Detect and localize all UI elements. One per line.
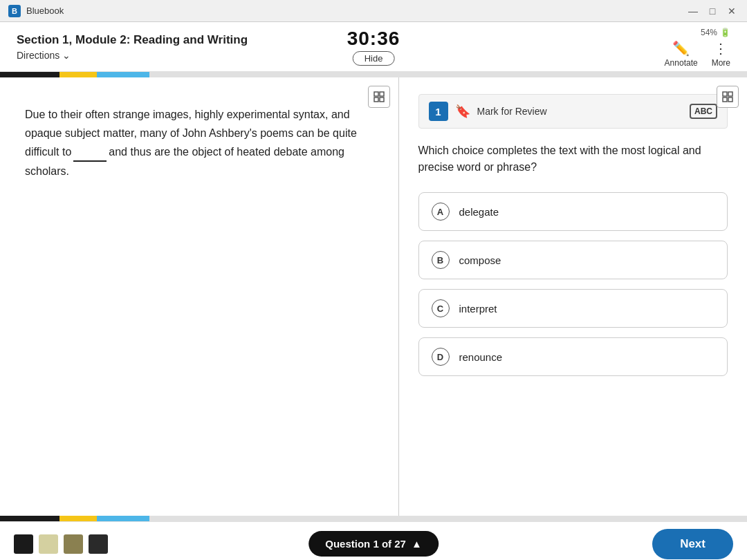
minimize-button[interactable]: — (686, 4, 700, 18)
svg-rect-3 (380, 97, 384, 102)
battery-icon: 🔋 (720, 28, 730, 37)
choice-a-text: delegate (459, 206, 499, 218)
swatch-olive[interactable] (64, 534, 83, 554)
answer-choices: A delegate B compose C interpret D renou… (418, 192, 728, 376)
svg-rect-2 (374, 97, 378, 102)
left-expand-button[interactable] (368, 86, 390, 108)
right-panel-wrapper: 1 🔖 Mark for Review ABC Which choice com… (399, 77, 748, 516)
directions-button[interactable]: Directions ⌄ (17, 50, 374, 61)
window-controls[interactable]: — □ ✕ (686, 4, 739, 18)
swatch-black[interactable] (14, 534, 33, 554)
annotate-label: Annotate (665, 58, 698, 68)
more-label: More (712, 58, 730, 68)
right-panel: 1 🔖 Mark for Review ABC Which choice com… (399, 77, 748, 400)
svg-rect-6 (723, 97, 727, 102)
choice-b[interactable]: B compose (418, 241, 728, 279)
abc-button[interactable]: ABC (690, 104, 717, 119)
swatch-tan[interactable] (39, 534, 58, 554)
bookmark-icon[interactable]: 🔖 (455, 104, 470, 119)
app-name: Bluebook (26, 6, 686, 16)
title-bar: B Bluebook — □ ✕ (0, 0, 747, 22)
timer-display: 30:36 (347, 28, 400, 50)
question-header: 1 🔖 Mark for Review ABC (418, 94, 728, 129)
strip-seg-2 (59, 72, 97, 77)
left-panel: Due to their often strange images, highl… (0, 77, 399, 516)
app-icon: B (8, 5, 21, 17)
section-title: Section 1, Module 2: Reading and Writing (17, 33, 374, 47)
choice-a[interactable]: A delegate (418, 192, 728, 231)
top-progress-strip (0, 72, 747, 77)
svg-rect-1 (380, 92, 384, 96)
main-content: Due to their often strange images, highl… (0, 77, 747, 516)
mark-for-review-label[interactable]: Mark for Review (477, 106, 683, 117)
question-number-badge: 1 (429, 102, 448, 121)
directions-label: Directions (17, 50, 59, 61)
pencil-icon: ✏️ (672, 40, 690, 57)
close-button[interactable]: ✕ (725, 4, 739, 18)
header-center: 30:36 Hide (347, 28, 400, 66)
question-nav-button[interactable]: Question 1 of 27 ▲ (308, 531, 439, 557)
more-button[interactable]: ⋮ More (712, 40, 730, 68)
right-expand-button[interactable] (717, 86, 739, 108)
choice-b-text: compose (459, 254, 501, 266)
header-tools: ✏️ Annotate ⋮ More (665, 40, 730, 68)
swatch-dark[interactable] (89, 534, 108, 554)
choice-d-circle: D (432, 348, 450, 366)
svg-rect-7 (728, 97, 732, 102)
chevron-up-icon: ▲ (412, 538, 422, 550)
choice-b-circle: B (432, 251, 450, 269)
question-navigator[interactable]: Question 1 of 27 ▲ (308, 531, 439, 557)
header-left: Section 1, Module 2: Reading and Writing… (17, 33, 374, 61)
more-icon: ⋮ (714, 40, 728, 57)
bottom-bar: Question 1 of 27 ▲ Next (0, 521, 747, 560)
choice-c[interactable]: C interpret (418, 289, 728, 328)
svg-rect-4 (723, 92, 727, 96)
header: Section 1, Module 2: Reading and Writing… (0, 22, 747, 72)
choice-a-circle: A (432, 203, 450, 221)
bottom-progress-strip (0, 516, 747, 521)
choice-d-text: renounce (459, 351, 503, 363)
battery-indicator: 54% 🔋 (701, 28, 730, 37)
passage-text: Due to their often strange images, highl… (25, 105, 374, 180)
fill-blank (73, 160, 107, 162)
strip-seg-1 (0, 72, 59, 77)
svg-rect-5 (728, 92, 732, 96)
question-text: Which choice completes the text with the… (418, 142, 728, 176)
strip-seg-3 (97, 72, 149, 77)
hide-timer-button[interactable]: Hide (353, 51, 395, 66)
choice-c-circle: C (432, 299, 450, 317)
question-nav-label: Question 1 of 27 (325, 538, 406, 550)
choice-c-text: interpret (459, 303, 497, 315)
battery-percentage: 54% (701, 28, 717, 37)
directions-chevron-icon: ⌄ (62, 50, 71, 61)
color-swatches (14, 534, 108, 554)
svg-rect-0 (374, 92, 378, 96)
strip-seg-4 (149, 72, 747, 77)
annotate-button[interactable]: ✏️ Annotate (665, 40, 698, 68)
maximize-button[interactable]: □ (706, 4, 719, 18)
choice-d[interactable]: D renounce (418, 337, 728, 376)
next-button[interactable]: Next (652, 529, 733, 559)
